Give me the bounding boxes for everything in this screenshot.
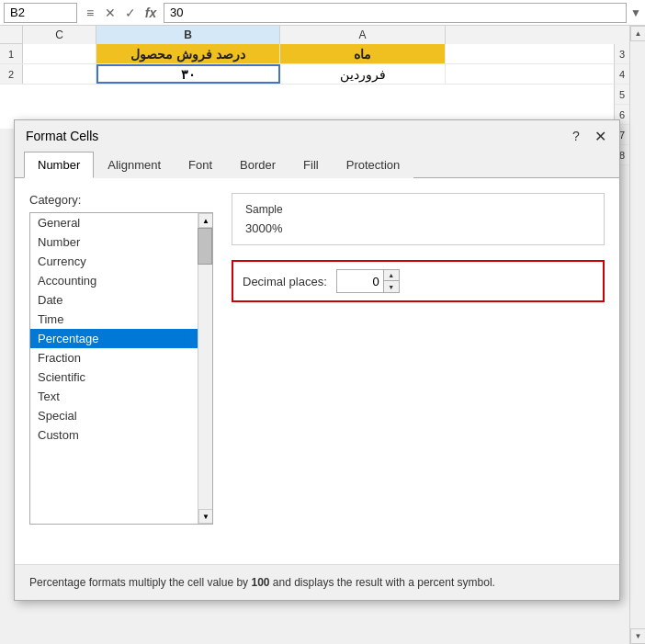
formula-input[interactable] [164,3,627,23]
category-number[interactable]: Number [30,232,212,252]
category-label: Category: [29,193,213,207]
grid-row-1: 1 درصد فروش محصول ماه [0,44,645,64]
dialog-controls: ? ✕ [568,128,608,144]
cell-b2[interactable]: ۳۰ [96,64,280,84]
right-row-4: 4 [614,64,629,85]
row-num-2: 2 [0,64,23,84]
decimal-input[interactable] [337,270,383,292]
dialog-titlebar: Format Cells ? ✕ [15,120,619,148]
cell-a1[interactable]: ماه [280,44,446,63]
category-list-wrapper: General Number Currency Accounting Date … [29,212,213,525]
col-header-a[interactable]: A [280,26,446,44]
col-header-c[interactable]: C [23,26,96,44]
cell-b1[interactable]: درصد فروش محصول [96,44,280,63]
tab-protection[interactable]: Protection [333,152,414,178]
dialog-content: Category: General Number Currency Accoun… [15,178,619,564]
spinner-down-btn[interactable]: ▼ [384,281,399,292]
scroll-up-btn[interactable]: ▲ [630,26,645,41]
spinner-up-btn[interactable]: ▲ [384,270,399,281]
right-scrollbar[interactable]: ▲ ▼ [629,26,645,644]
cell-c2[interactable] [23,64,96,84]
tab-number[interactable]: Number [24,152,94,178]
category-scientific[interactable]: Scientific [30,367,212,387]
scrollbar-thumb[interactable] [198,228,212,265]
decimal-spinner: ▲ ▼ [336,269,400,293]
category-time[interactable]: Time [30,310,212,329]
dialog-close-btn[interactable]: ✕ [592,128,608,144]
category-fraction[interactable]: Fraction [30,348,212,367]
category-accounting[interactable]: Accounting [30,271,212,290]
scrollbar-up[interactable]: ▲ [198,213,213,228]
category-list: General Number Currency Accounting Date … [30,213,212,445]
formula-icons: ≡ ✕ ✓ fx [81,4,160,22]
grid-area: C B A 1 درصد فروش محصول ماه 2 ۳۰ فروردین [0,26,645,129]
col-header-extra [446,26,645,44]
category-custom[interactable]: Custom [30,425,212,445]
sample-label: Sample [245,203,591,216]
col-header-b[interactable]: B [96,26,280,44]
fx-icon[interactable]: fx [141,4,160,22]
menu-icon[interactable]: ≡ [81,4,99,22]
scroll-down-btn[interactable]: ▼ [630,628,645,644]
sample-value: 3000% [245,221,591,235]
scrollbar-down[interactable]: ▼ [198,509,213,524]
spreadsheet-area: ≡ ✕ ✓ fx ▼ C B A 1 درصد فروش محصول ماه 2 [0,0,645,129]
dialog-title: Format Cells [26,129,98,143]
format-cells-dialog: Format Cells ? ✕ Number Alignment Font B… [14,119,620,601]
cell-reference-box[interactable] [4,3,77,23]
row-num-1: 1 [0,44,23,63]
tab-font[interactable]: Font [175,152,226,178]
grid-corner [0,26,23,43]
right-row-3: 3 [614,44,629,64]
category-special[interactable]: Special [30,406,212,425]
footer-text: Percentage formats multiply the cell val… [29,576,495,589]
decimal-label: Decimal places: [243,275,327,288]
tab-border[interactable]: Border [226,152,289,178]
category-date[interactable]: Date [30,290,212,310]
column-headers: C B A [0,26,645,44]
dialog-footer: Percentage formats multiply the cell val… [15,564,619,600]
spinner-buttons: ▲ ▼ [383,270,399,292]
cell-a2[interactable]: فروردین [280,64,446,84]
category-general[interactable]: General [30,213,212,232]
decimal-row: Decimal places: ▲ ▼ [232,260,605,302]
grid-row-2: 2 ۳۰ فروردین [0,64,645,85]
category-text[interactable]: Text [30,387,212,406]
formula-bar: ≡ ✕ ✓ fx ▼ [0,0,645,26]
category-percentage[interactable]: Percentage [30,329,212,348]
right-panel: Sample 3000% Decimal places: ▲ ▼ [213,193,605,549]
confirm-icon[interactable]: ✓ [121,4,140,22]
sample-section: Sample 3000% [232,193,605,245]
category-scrollbar[interactable]: ▲ ▼ [198,213,212,524]
expand-icon[interactable]: ▼ [630,6,641,19]
category-currency[interactable]: Currency [30,252,212,271]
dialog-tabs: Number Alignment Font Border Fill Protec… [15,152,619,178]
cancel-icon[interactable]: ✕ [101,4,119,22]
dialog-help-btn[interactable]: ? [568,128,584,144]
category-panel: Category: General Number Currency Accoun… [29,193,213,549]
footer-highlight: 100 [251,576,269,589]
right-row-5: 5 [614,85,629,105]
tab-alignment[interactable]: Alignment [94,152,175,178]
cell-c1[interactable] [23,44,96,63]
tab-fill[interactable]: Fill [289,152,333,178]
